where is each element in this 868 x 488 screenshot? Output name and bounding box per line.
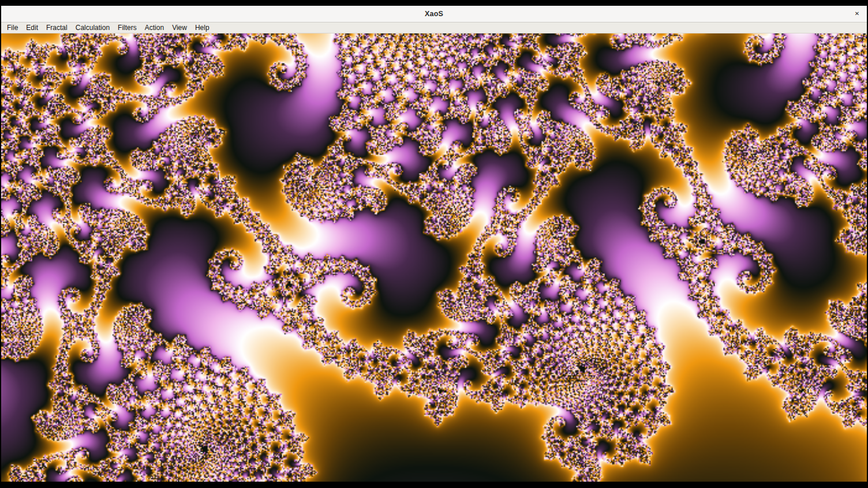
close-icon[interactable]: ✕ <box>852 9 862 19</box>
menu-item-filters[interactable]: Filters <box>114 22 141 33</box>
fractal-canvas[interactable] <box>1 33 867 482</box>
menu-item-file[interactable]: File <box>3 22 22 33</box>
menu-item-view[interactable]: View <box>168 22 191 33</box>
window-title: XaoS <box>425 10 443 18</box>
menu-item-help[interactable]: Help <box>191 22 214 33</box>
fractal-view <box>1 33 867 482</box>
menu-item-fractal[interactable]: Fractal <box>42 22 72 33</box>
menu-item-calculation[interactable]: Calculation <box>72 22 114 33</box>
menu-item-action[interactable]: Action <box>141 22 168 33</box>
menu-item-edit[interactable]: Edit <box>22 22 42 33</box>
titlebar: XaoS ✕ <box>1 6 867 22</box>
menubar: File Edit Fractal Calculation Filters Ac… <box>1 22 867 33</box>
xaos-window: XaoS ✕ File Edit Fractal Calculation Fil… <box>1 6 867 482</box>
